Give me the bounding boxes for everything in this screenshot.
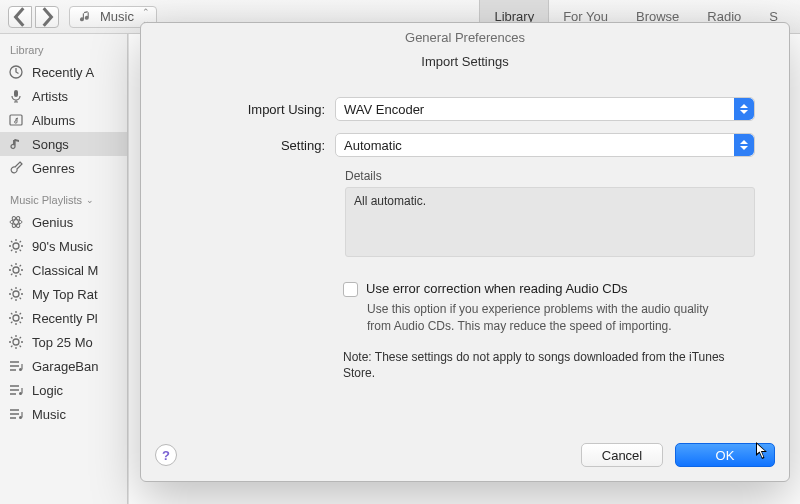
sidebar-item-label: 90's Music <box>32 239 93 254</box>
playlist-icon <box>8 406 24 422</box>
sidebar-item-label: Artists <box>32 89 68 104</box>
sidebar-item-90s[interactable]: 90's Music <box>0 234 127 258</box>
forward-button[interactable] <box>35 6 59 28</box>
sidebar-item-genius[interactable]: Genius <box>0 210 127 234</box>
import-using-select[interactable]: WAV Encoder <box>335 97 755 121</box>
svg-point-7 <box>13 267 19 273</box>
sidebar-item-top-rated[interactable]: My Top Rat <box>0 282 127 306</box>
import-using-label: Import Using: <box>175 102 335 117</box>
sidebar-heading-library: Library <box>0 40 127 60</box>
sidebar-item-label: Albums <box>32 113 75 128</box>
sidebar-item-label: Songs <box>32 137 69 152</box>
setting-label: Setting: <box>175 138 335 153</box>
help-button[interactable]: ? <box>155 444 177 466</box>
playlist-icon <box>8 382 24 398</box>
chevron-down-icon: ⌄ <box>86 195 94 205</box>
sidebar-item-label: Genres <box>32 161 75 176</box>
sidebar-item-label: Genius <box>32 215 73 230</box>
source-selector-label: Music <box>100 9 134 24</box>
sidebar-item-label: Music <box>32 407 66 422</box>
dropdown-stepper-icon <box>734 134 754 156</box>
sidebar-item-genres[interactable]: Genres <box>0 156 127 180</box>
guitar-icon <box>8 160 24 176</box>
details-heading: Details <box>345 169 755 183</box>
sidebar-item-label: Logic <box>32 383 63 398</box>
sidebar-item-label: Classical M <box>32 263 98 278</box>
sidebar-item-garageband[interactable]: GarageBan <box>0 354 127 378</box>
error-correction-checkbox[interactable] <box>343 282 358 297</box>
sidebar-item-songs[interactable]: Songs <box>0 132 127 156</box>
svg-point-3 <box>10 220 22 225</box>
sidebar-item-label: Recently Pl <box>32 311 98 326</box>
gear-icon <box>8 334 24 350</box>
sidebar-item-recently-added[interactable]: Recently A <box>0 60 127 84</box>
gear-icon <box>8 238 24 254</box>
details-box: All automatic. <box>345 187 755 257</box>
details-text: All automatic. <box>354 194 426 208</box>
sidebar-item-label: GarageBan <box>32 359 99 374</box>
error-correction-label: Use error correction when reading Audio … <box>366 281 628 296</box>
store-note: Note: These settings do not apply to son… <box>343 349 725 383</box>
playlist-icon <box>8 358 24 374</box>
sheet-supertitle: General Preferences <box>141 23 789 53</box>
sidebar-item-label: Recently A <box>32 65 94 80</box>
sidebar-item-label: Top 25 Mo <box>32 335 93 350</box>
svg-point-10 <box>13 339 19 345</box>
import-using-value: WAV Encoder <box>344 102 424 117</box>
svg-point-8 <box>13 291 19 297</box>
sidebar-item-artists[interactable]: Artists <box>0 84 127 108</box>
chevron-right-icon <box>36 6 58 28</box>
sidebar-heading-playlists[interactable]: Music Playlists ⌄ <box>0 190 127 210</box>
error-correction-description: Use this option if you experience proble… <box>367 301 725 335</box>
setting-value: Automatic <box>344 138 402 153</box>
gear-icon <box>8 310 24 326</box>
album-icon <box>8 112 24 128</box>
back-button[interactable] <box>8 6 32 28</box>
clock-icon <box>8 64 24 80</box>
sidebar-item-recently-played[interactable]: Recently Pl <box>0 306 127 330</box>
sidebar-item-classical[interactable]: Classical M <box>0 258 127 282</box>
sidebar-item-top-25[interactable]: Top 25 Mo <box>0 330 127 354</box>
import-settings-dialog: General Preferences Import Settings Impo… <box>140 22 790 482</box>
svg-rect-1 <box>14 90 18 97</box>
sidebar: Library Recently A Artists Albums Songs … <box>0 34 128 504</box>
ok-button[interactable]: OK <box>675 443 775 467</box>
atom-icon <box>8 214 24 230</box>
cancel-button[interactable]: Cancel <box>581 443 663 467</box>
sidebar-item-logic[interactable]: Logic <box>0 378 127 402</box>
setting-select[interactable]: Automatic <box>335 133 755 157</box>
svg-point-6 <box>13 243 19 249</box>
sidebar-item-albums[interactable]: Albums <box>0 108 127 132</box>
svg-point-9 <box>13 315 19 321</box>
gear-icon <box>8 286 24 302</box>
sidebar-item-label: My Top Rat <box>32 287 98 302</box>
dropdown-stepper-icon <box>734 98 754 120</box>
microphone-icon <box>8 88 24 104</box>
help-icon: ? <box>162 448 170 463</box>
music-note-icon <box>78 9 94 25</box>
note-icon <box>8 136 24 152</box>
sheet-title: Import Settings <box>141 53 789 77</box>
gear-icon <box>8 262 24 278</box>
chevron-left-icon <box>9 6 31 28</box>
sidebar-item-music-playlist[interactable]: Music <box>0 402 127 426</box>
